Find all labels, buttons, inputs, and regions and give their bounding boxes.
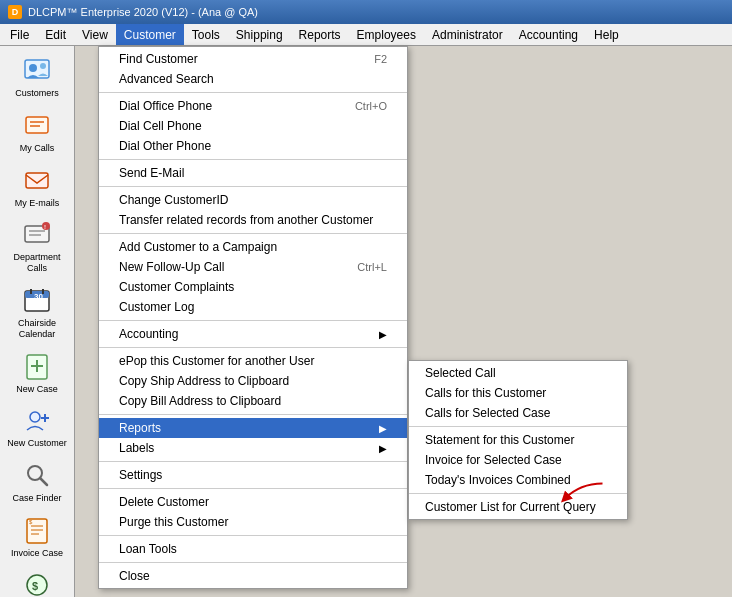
accounting-submenu-arrow: ▶ <box>379 329 387 340</box>
sidebar-item-invoice-case[interactable]: $ Invoice Case <box>3 510 71 563</box>
menu-bar: File Edit View Customer Tools Shipping R… <box>0 24 732 46</box>
submenu-todays-invoices[interactable]: Today's Invoices Combined <box>409 470 627 490</box>
menu-advanced-search[interactable]: Advanced Search <box>99 69 407 89</box>
new-customer-icon <box>21 404 53 436</box>
dept-calls-label: Department Calls <box>7 252 67 274</box>
menu-employees[interactable]: Employees <box>349 24 424 45</box>
customers-label: Customers <box>15 88 59 99</box>
sidebar-item-new-customer[interactable]: New Customer <box>3 400 71 453</box>
separator-3 <box>99 186 407 187</box>
customer-dropdown-menu: Find Customer F2 Advanced Search Dial Of… <box>98 46 408 589</box>
menu-send-email[interactable]: Send E-Mail <box>99 163 407 183</box>
calendar-icon: 30 <box>21 284 53 316</box>
case-finder-icon <box>21 459 53 491</box>
submenu-customer-list[interactable]: Customer List for Current Query <box>409 497 627 517</box>
menu-dial-office[interactable]: Dial Office Phone Ctrl+O <box>99 96 407 116</box>
reports-submenu: Selected Call Calls for this Customer Ca… <box>408 360 628 520</box>
menu-new-followup[interactable]: New Follow-Up Call Ctrl+L <box>99 257 407 277</box>
my-calls-icon <box>21 109 53 141</box>
case-finder-label: Case Finder <box>12 493 61 504</box>
menu-dial-cell[interactable]: Dial Cell Phone <box>99 116 407 136</box>
svg-point-20 <box>30 412 40 422</box>
menu-labels[interactable]: Labels ▶ <box>99 438 407 458</box>
svg-text:$: $ <box>32 580 38 592</box>
sidebar-item-my-calls[interactable]: My Calls <box>3 105 71 158</box>
menu-help[interactable]: Help <box>586 24 627 45</box>
menu-administrator[interactable]: Administrator <box>424 24 511 45</box>
title-bar: D DLCPM™ Enterprise 2020 (V12) - (Ana @ … <box>0 0 732 24</box>
customers-icon <box>21 54 53 86</box>
menu-find-customer[interactable]: Find Customer F2 <box>99 49 407 69</box>
menu-dial-other[interactable]: Dial Other Phone <box>99 136 407 156</box>
sidebar-item-new-case[interactable]: New Case <box>3 346 71 399</box>
menu-purge-customer[interactable]: Purge this Customer <box>99 512 407 532</box>
receive-payment-icon: $ <box>21 569 53 597</box>
labels-submenu-arrow: ▶ <box>379 443 387 454</box>
my-calls-label: My Calls <box>20 143 55 154</box>
menu-accounting[interactable]: Accounting <box>511 24 586 45</box>
sidebar: Customers My Calls My E-mails <box>0 46 75 597</box>
separator-8 <box>99 461 407 462</box>
menu-reports[interactable]: Reports <box>291 24 349 45</box>
svg-text:!: ! <box>44 224 46 230</box>
dept-calls-icon: ! <box>21 218 53 250</box>
separator-2 <box>99 159 407 160</box>
my-emails-icon <box>21 164 53 196</box>
menu-copy-ship[interactable]: Copy Ship Address to Clipboard <box>99 371 407 391</box>
menu-change-id[interactable]: Change CustomerID <box>99 190 407 210</box>
menu-view[interactable]: View <box>74 24 116 45</box>
sidebar-item-dept-calls[interactable]: ! Department Calls <box>3 214 71 278</box>
sidebar-item-calendar[interactable]: 30 Chairside Calendar <box>3 280 71 344</box>
menu-copy-bill[interactable]: Copy Bill Address to Clipboard <box>99 391 407 411</box>
menu-tools[interactable]: Tools <box>184 24 228 45</box>
app-icon: D <box>8 5 22 19</box>
submenu-calls-case[interactable]: Calls for Selected Case <box>409 403 627 423</box>
svg-rect-3 <box>26 117 48 133</box>
separator-6 <box>99 347 407 348</box>
menu-customer[interactable]: Customer <box>116 24 184 45</box>
menu-add-campaign[interactable]: Add Customer to a Campaign <box>99 237 407 257</box>
separator-11 <box>99 562 407 563</box>
title-text: DLCPM™ Enterprise 2020 (V12) - (Ana @ QA… <box>28 6 258 18</box>
separator-4 <box>99 233 407 234</box>
separator-10 <box>99 535 407 536</box>
new-case-icon <box>21 350 53 382</box>
menu-loan-tools[interactable]: Loan Tools <box>99 539 407 559</box>
menu-epop[interactable]: ePop this Customer for another User <box>99 351 407 371</box>
svg-point-1 <box>29 64 37 72</box>
sidebar-item-my-emails[interactable]: My E-mails <box>3 160 71 213</box>
submenu-calls-customer[interactable]: Calls for this Customer <box>409 383 627 403</box>
svg-point-2 <box>40 63 46 69</box>
my-emails-label: My E-mails <box>15 198 60 209</box>
new-case-label: New Case <box>16 384 58 395</box>
menu-customer-log[interactable]: Customer Log <box>99 297 407 317</box>
separator-7 <box>99 414 407 415</box>
menu-reports[interactable]: Reports ▶ <box>99 418 407 438</box>
invoice-case-icon: $ <box>21 514 53 546</box>
menu-transfer-records[interactable]: Transfer related records from another Cu… <box>99 210 407 230</box>
sidebar-item-customers[interactable]: Customers <box>3 50 71 103</box>
sidebar-item-receive-payment[interactable]: $ Receive Payment <box>3 565 71 597</box>
submenu-invoice-case[interactable]: Invoice for Selected Case <box>409 450 627 470</box>
sidebar-item-case-finder[interactable]: Case Finder <box>3 455 71 508</box>
svg-rect-6 <box>26 173 48 188</box>
new-customer-label: New Customer <box>7 438 67 449</box>
menu-close[interactable]: Close <box>99 566 407 586</box>
invoice-case-label: Invoice Case <box>11 548 63 559</box>
separator-1 <box>99 92 407 93</box>
menu-delete-customer[interactable]: Delete Customer <box>99 492 407 512</box>
submenu-sep-2 <box>409 493 627 494</box>
submenu-selected-call[interactable]: Selected Call <box>409 363 627 383</box>
menu-complaints[interactable]: Customer Complaints <box>99 277 407 297</box>
menu-accounting[interactable]: Accounting ▶ <box>99 324 407 344</box>
separator-5 <box>99 320 407 321</box>
submenu-statement[interactable]: Statement for this Customer <box>409 430 627 450</box>
separator-9 <box>99 488 407 489</box>
menu-edit[interactable]: Edit <box>37 24 74 45</box>
calendar-label: Chairside Calendar <box>7 318 67 340</box>
menu-settings[interactable]: Settings <box>99 465 407 485</box>
reports-submenu-arrow: ▶ <box>379 423 387 434</box>
submenu-sep-1 <box>409 426 627 427</box>
menu-file[interactable]: File <box>2 24 37 45</box>
menu-shipping[interactable]: Shipping <box>228 24 291 45</box>
